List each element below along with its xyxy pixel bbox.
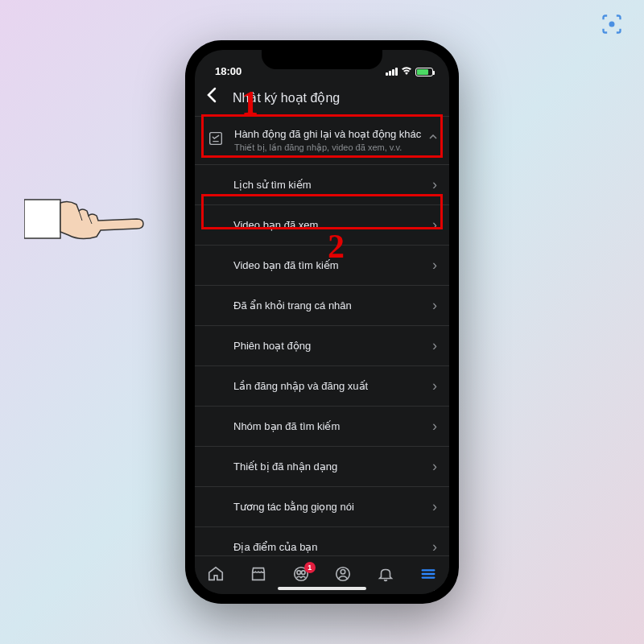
item-voice-interactions[interactable]: Tương tác bằng giọng nói › (195, 487, 449, 527)
svg-rect-4 (210, 133, 222, 145)
page-header: Nhật ký hoạt động (195, 79, 449, 117)
home-indicator (278, 587, 366, 590)
item-label: Phiên hoạt động (233, 340, 311, 352)
chevron-right-icon: › (432, 257, 437, 274)
svg-point-10 (341, 569, 346, 574)
section-subtitle: Thiết bị, lần đăng nhập, video đã xem, v… (234, 142, 423, 153)
content-scroll[interactable]: Hành động đã ghi lại và hoạt động khác T… (195, 117, 449, 594)
svg-rect-1 (24, 200, 60, 238)
chevron-right-icon: › (432, 337, 437, 354)
item-recognized-devices[interactable]: Thiết bị đã nhận dạng › (195, 447, 449, 487)
nav-home[interactable] (200, 565, 232, 583)
item-videos-searched[interactable]: Video bạn đã tìm kiếm › (195, 246, 449, 286)
back-button[interactable] (207, 87, 217, 108)
svg-point-0 (609, 22, 615, 27)
item-active-sessions[interactable]: Phiên hoạt động › (195, 326, 449, 366)
item-logins-logouts[interactable]: Lần đăng nhập và đăng xuất › (195, 366, 449, 407)
chevron-right-icon: › (432, 297, 437, 314)
chevron-right-icon: › (432, 539, 437, 555)
section-title: Hành động đã ghi lại và hoạt động khác (234, 128, 423, 140)
svg-point-8 (301, 570, 305, 574)
item-label: Video bạn đã tìm kiếm (233, 259, 339, 271)
nav-groups[interactable]: 1 (285, 565, 317, 583)
nav-marketplace[interactable] (242, 565, 275, 583)
collapse-icon (429, 131, 437, 141)
svg-line-3 (89, 216, 92, 224)
checklist-icon (207, 130, 225, 147)
phone-notch (262, 50, 382, 69)
item-hidden-from-timeline[interactable]: Đã ẩn khỏi trang cá nhân › (195, 286, 449, 326)
status-time: 18:00 (211, 65, 242, 77)
item-label: Đã ẩn khỏi trang cá nhân (233, 299, 352, 312)
svg-line-2 (79, 211, 82, 221)
chevron-right-icon: › (432, 176, 437, 193)
item-label: Địa điểm của bạn (233, 541, 318, 553)
phone-frame: 18:00 Nhật ký hoạt động (185, 40, 459, 604)
chevron-right-icon: › (432, 378, 437, 394)
item-videos-watched[interactable]: Video bạn đã xem › (195, 205, 449, 246)
item-label: Video bạn đã xem (233, 219, 318, 231)
nav-badge: 1 (304, 562, 316, 573)
wifi-icon (401, 66, 412, 77)
chevron-right-icon: › (432, 418, 437, 435)
status-indicators (386, 66, 433, 77)
chevron-right-icon: › (432, 217, 437, 233)
item-search-history[interactable]: Lịch sử tìm kiếm › (195, 165, 449, 205)
nav-notifications[interactable] (369, 565, 402, 583)
item-label: Tương tác bằng giọng nói (233, 501, 354, 513)
item-groups-searched[interactable]: Nhóm bạn đã tìm kiếm › (195, 407, 449, 447)
chevron-right-icon: › (432, 498, 437, 515)
item-label: Nhóm bạn đã tìm kiếm (233, 420, 340, 432)
item-label: Lần đăng nhập và đăng xuất (233, 380, 368, 392)
chevron-right-icon: › (432, 458, 437, 475)
svg-point-7 (297, 570, 301, 574)
nav-menu[interactable] (412, 565, 444, 583)
battery-icon (415, 68, 433, 76)
phone-screen: 18:00 Nhật ký hoạt động (195, 50, 449, 594)
pointing-hand-illustration (24, 185, 169, 253)
section-recorded-actions[interactable]: Hành động đã ghi lại và hoạt động khác T… (195, 117, 449, 165)
nav-profile[interactable] (327, 565, 359, 583)
item-label: Thiết bị đã nhận dạng (233, 460, 337, 473)
scan-icon (600, 12, 624, 36)
page-title: Nhật ký hoạt động (233, 90, 340, 105)
signal-icon (386, 68, 398, 76)
item-label: Lịch sử tìm kiếm (233, 179, 312, 191)
